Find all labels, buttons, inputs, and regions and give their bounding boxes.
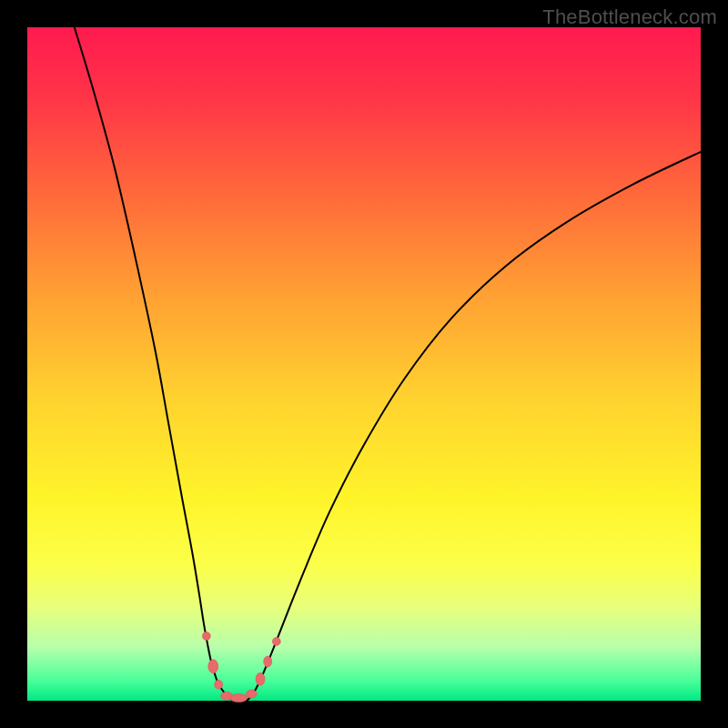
watermark-text: TheBottleneck.com	[542, 5, 717, 29]
chart-frame: TheBottleneck.com	[0, 0, 728, 728]
curve-right-branch	[249, 152, 701, 698]
data-marker	[215, 680, 223, 689]
curve-left-branch	[75, 27, 229, 698]
curve-layer	[27, 27, 701, 701]
data-marker	[264, 656, 272, 667]
data-marker	[256, 672, 265, 685]
data-marker	[208, 660, 218, 673]
marker-group	[202, 632, 280, 702]
data-marker	[230, 694, 248, 703]
data-marker	[272, 637, 280, 645]
data-marker	[246, 690, 257, 698]
data-marker	[202, 632, 210, 640]
